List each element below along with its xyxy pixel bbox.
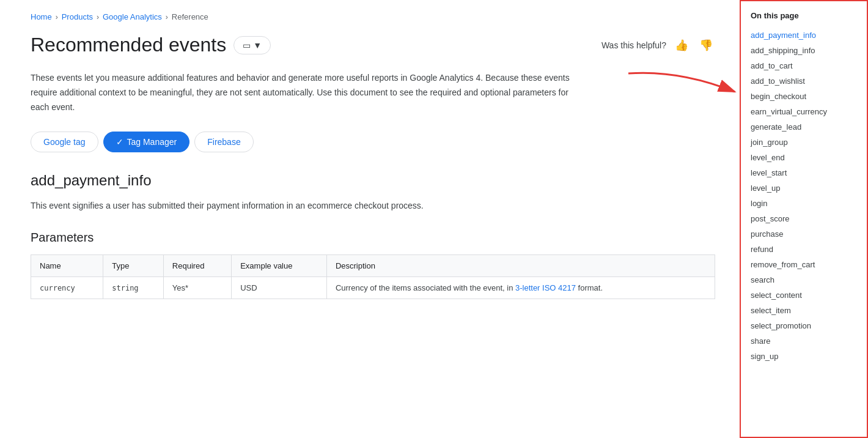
toc-item-search[interactable]: search [741, 272, 867, 288]
parameters-title: Parameters [31, 231, 715, 245]
toc-item-share[interactable]: share [741, 333, 867, 349]
toc-item-sign-up[interactable]: sign_up [741, 349, 867, 364]
bookmark-button[interactable]: ▭ ▼ [234, 36, 271, 54]
check-icon: ✓ [116, 137, 123, 147]
cell-type: string [103, 277, 164, 299]
page-wrapper: Home › Products › Google Analytics › Ref… [0, 0, 868, 438]
desc-text: Currency of the items associated with th… [336, 283, 515, 292]
param-type: string [112, 284, 138, 292]
tab-firebase[interactable]: Firebase [194, 132, 253, 152]
thumbs-up-icon: 👍 [675, 39, 688, 51]
toc-item-level-up[interactable]: level_up [741, 180, 867, 196]
thumbs-down-button[interactable]: 👎 [697, 36, 715, 54]
breadcrumb-sep-2: › [97, 13, 99, 21]
breadcrumb-google-analytics[interactable]: Google Analytics [103, 12, 162, 21]
thumbs-down-icon: 👎 [699, 39, 713, 51]
cell-name: currency [31, 277, 103, 299]
cell-example: USD [232, 277, 327, 299]
toc-item-add-payment-info[interactable]: add_payment_info [741, 28, 867, 43]
col-example: Example value [232, 255, 327, 277]
tab-google-tag-label: Google tag [43, 137, 86, 147]
helpful-label: Was this helpful? [601, 40, 666, 50]
tab-firebase-label: Firebase [207, 137, 240, 147]
toc-item-generate-lead[interactable]: generate_lead [741, 119, 867, 135]
tab-google-tag[interactable]: Google tag [31, 132, 98, 152]
toc-item-login[interactable]: login [741, 196, 867, 211]
toc-item-add-to-wishlist[interactable]: add_to_wishlist [741, 73, 867, 89]
main-content: Home › Products › Google Analytics › Ref… [0, 0, 740, 438]
breadcrumb-sep-3: › [166, 13, 168, 21]
event-section-title: add_payment_info [31, 172, 715, 189]
toc-item-select-promotion[interactable]: select_promotion [741, 318, 867, 333]
cell-required: Yes* [163, 277, 231, 299]
table-header-row: Name Type Required Example value Descrip… [31, 255, 715, 277]
parameters-table: Name Type Required Example value Descrip… [31, 254, 715, 299]
col-type: Type [103, 255, 164, 277]
breadcrumb-sep-1: › [56, 13, 58, 21]
param-name: currency [40, 284, 75, 292]
toc-item-add-shipping-info[interactable]: add_shipping_info [741, 43, 867, 58]
page-title: Recommended events [31, 34, 226, 56]
on-this-page-title: On this page [741, 11, 867, 28]
desc-text-end: format. [576, 283, 603, 292]
toc-item-join-group[interactable]: join_group [741, 135, 867, 150]
table-row: currency string Yes* USD Currency of the… [31, 277, 715, 299]
toc-item-remove-from-cart[interactable]: remove_from_cart [741, 257, 867, 272]
breadcrumb: Home › Products › Google Analytics › Ref… [31, 12, 715, 21]
bookmark-icon: ▭ [243, 40, 251, 50]
breadcrumb-products[interactable]: Products [62, 12, 93, 21]
toc-item-select-item[interactable]: select_item [741, 303, 867, 318]
breadcrumb-reference: Reference [172, 12, 208, 21]
right-sidebar: On this page add_payment_info add_shippi… [740, 0, 868, 438]
tab-tag-manager[interactable]: ✓Tag Manager [103, 132, 190, 152]
toc-item-post-score[interactable]: post_score [741, 211, 867, 226]
toc-item-add-to-cart[interactable]: add_to_cart [741, 58, 867, 73]
thumbs-up-button[interactable]: 👍 [672, 36, 691, 54]
col-description: Description [326, 255, 715, 277]
event-description: This event signifies a user has submitte… [31, 199, 715, 213]
toc-item-begin-checkout[interactable]: begin_checkout [741, 89, 867, 104]
page-header: Recommended events ▭ ▼ Was this helpful?… [31, 34, 715, 56]
helpful-row: Was this helpful? 👍 👎 [601, 36, 715, 54]
iso-link[interactable]: 3-letter ISO 4217 [515, 283, 576, 292]
toc-item-earn-virtual-currency[interactable]: earn_virtual_currency [741, 104, 867, 119]
col-name: Name [31, 255, 103, 277]
breadcrumb-home[interactable]: Home [31, 12, 52, 21]
tab-row: Google tag ✓Tag Manager Firebase [31, 132, 715, 152]
col-required: Required [163, 255, 231, 277]
toc-item-purchase[interactable]: purchase [741, 226, 867, 242]
toc-item-refund[interactable]: refund [741, 242, 867, 257]
page-title-row: Recommended events ▭ ▼ [31, 34, 271, 56]
toc-item-level-start[interactable]: level_start [741, 165, 867, 180]
bookmark-dropdown-icon: ▼ [253, 40, 262, 50]
page-description: These events let you measure additional … [31, 71, 581, 114]
toc-item-level-end[interactable]: level_end [741, 150, 867, 165]
tab-tag-manager-label: Tag Manager [127, 137, 177, 147]
cell-description: Currency of the items associated with th… [326, 277, 715, 299]
toc-item-select-content[interactable]: select_content [741, 288, 867, 303]
